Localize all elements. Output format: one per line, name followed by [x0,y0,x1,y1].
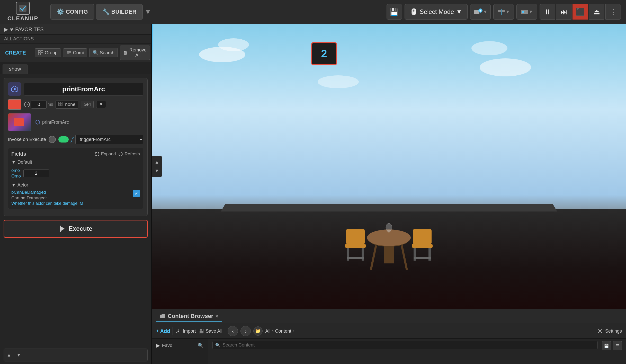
cb-content-label: Content [275,329,291,334]
omo-input[interactable] [23,170,49,177]
group-label: Group [45,50,58,56]
actor-section-label: Actor [17,182,28,188]
up-arrow-button[interactable]: ▲ [5,351,13,359]
svg-rect-22 [61,102,62,104]
execute-icon [59,225,66,232]
svg-marker-26 [60,226,65,231]
content-browser-tab[interactable]: Content Browser × [156,311,222,322]
gpu-label: GPI [84,102,91,106]
snap-button[interactable]: ▼ [493,4,514,20]
cb-back-button[interactable]: ‹ [228,326,238,336]
expand-button[interactable]: Expand [95,152,116,157]
cb-divider-1 [173,327,173,335]
remove-all-button[interactable]: 🗑 Remove All [120,46,150,60]
color-swatch[interactable] [8,99,21,110]
viewport[interactable]: 2 ▲ ▼ [152,24,626,309]
cb-search-input[interactable] [222,342,595,348]
all-actions-label: ALL ACTIONS [4,36,34,41]
side-down-arrow[interactable]: ▼ [153,167,161,175]
cb-settings-label: Settings [605,329,622,334]
down-arrow-button[interactable]: ▼ [15,351,23,359]
step-button[interactable]: ⏭ [556,4,571,20]
svg-rect-21 [59,102,60,104]
content-browser-toolbar: + Add Import Save All [152,324,626,339]
cb-import-label: Import [183,329,196,334]
main-layout: ▶ ♥ FAVORITES ALL ACTIONS CREATE Group [0,24,626,364]
cb-favo-item[interactable]: ▶ Favo 🔍 [154,341,205,350]
cloud-3 [480,58,531,76]
omo-field-row: omo Omo [11,167,140,180]
cloud-4 [471,41,507,55]
svg-rect-45 [200,329,202,331]
cb-import-button[interactable]: Import [175,328,196,334]
left-panel: ▶ ♥ FAVORITES ALL ACTIONS CREATE Group [0,24,152,364]
media-button[interactable]: ▼ [516,4,537,20]
execute-button[interactable]: Execute [4,220,148,238]
stop-button[interactable]: ⬛ [573,4,588,20]
builder-label: BUILDER [111,8,137,15]
time-input[interactable] [31,101,47,109]
invoke-toggle-off[interactable] [49,136,56,143]
can-be-damaged-checkbox[interactable]: ✓ [133,190,140,197]
svg-rect-11 [38,53,40,55]
cb-save-view-button[interactable]: 💾 [602,341,611,350]
svg-rect-35 [347,257,364,259]
svg-rect-32 [346,229,365,245]
cb-view-controls: 💾 ☰ [602,341,622,350]
command-button[interactable]: Comi [63,48,87,57]
cb-view-options-button[interactable]: ☰ [613,341,622,350]
heart-icon: ♥ [10,26,13,32]
gpu-dropdown[interactable]: ▼ [96,101,106,108]
invoke-dropdown[interactable]: triggerFromArc [75,135,143,144]
refresh-button[interactable]: Refresh [118,152,140,157]
cb-settings-button[interactable]: Settings [597,328,622,334]
default-section-header[interactable]: ▼ Default [11,159,140,165]
content-browser-header: Content Browser × [152,309,626,324]
search-tree-icon[interactable]: 🔍 [198,343,203,348]
svg-marker-25 [119,153,120,154]
invoke-toggle-on[interactable] [58,136,69,143]
search-button[interactable]: 🔍 Search [89,48,118,57]
fields-section: Fields Expand [8,148,143,209]
tab-bar: show [0,62,151,74]
dropdown-arrow-icon[interactable]: ▼ [144,8,151,16]
config-button[interactable]: ⚙️ CONFIG [50,4,94,20]
invoke-label: Invoke on Execute [8,137,46,142]
save-button[interactable]: 💾 [387,4,402,20]
actor-section-header[interactable]: ▼ Actor [11,182,140,188]
side-panel-arrows: ▲ ▼ [152,156,162,177]
cb-tree-panel: ▶ Favo 🔍 [152,339,208,364]
cb-save-all-label: Save All [205,329,222,334]
command-label: Comi [73,50,84,56]
create-button[interactable]: CREATE [3,48,29,57]
default-section-label: Default [17,159,32,165]
show-tab[interactable]: show [3,64,28,74]
builder-button[interactable]: 🔧 BUILDER [96,4,143,20]
side-up-arrow[interactable]: ▲ [153,158,161,166]
function-icon: 𝑓 [71,136,73,143]
cb-main-content: ▶ Favo 🔍 🔍 💾 ☰ [152,339,626,364]
select-mode-button[interactable]: 🖱️ Select Mode ▼ [405,4,468,20]
cb-forward-button[interactable]: › [240,326,251,336]
trash-icon: 🗑 [123,50,128,56]
pause-button[interactable]: ⏸ [540,4,555,20]
group-icon [38,50,43,55]
add-actor-button[interactable]: + ▼ [470,4,491,20]
cb-search-icon: 🔍 [215,343,220,348]
triangle-icon: ▶ [4,26,8,32]
cb-folder-button[interactable]: 📁 [253,326,263,336]
content-browser-close[interactable]: × [215,313,218,319]
more-button[interactable]: ⋮ [605,4,621,20]
execute-label: Execute [69,225,92,232]
cb-save-all-button[interactable]: Save All [198,328,222,334]
svg-rect-23 [59,104,60,106]
svg-rect-36 [412,244,433,248]
cb-add-button[interactable]: + Add [156,328,170,334]
svg-line-20 [27,104,28,105]
grid-control[interactable]: none [56,101,78,109]
top-bar: CLEANUP ⚙️ CONFIG 🔧 BUILDER ▼ 💾 🖱️ Selec… [0,0,626,24]
group-button[interactable]: Group [35,48,61,57]
eject-button[interactable]: ⏏ [589,4,604,20]
cb-search-area: 🔍 💾 ☰ [208,339,626,364]
can-damaged-label: Can be Damaged: [11,196,83,201]
